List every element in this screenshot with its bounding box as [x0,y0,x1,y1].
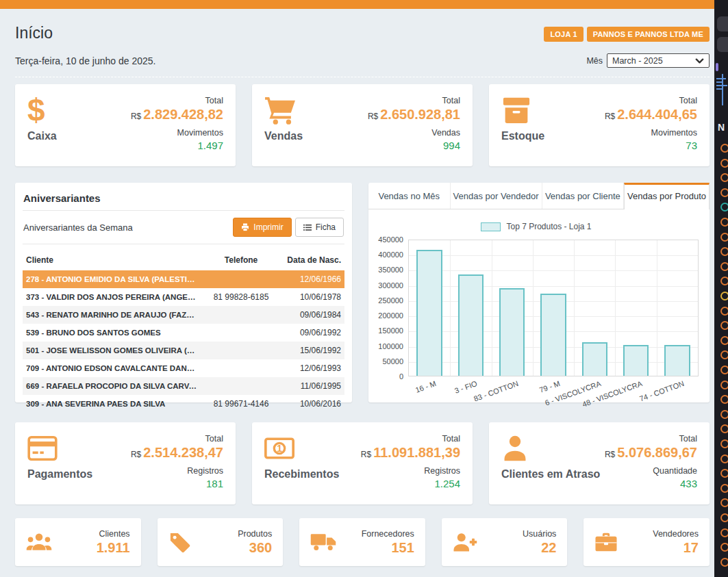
app-icon[interactable] [720,528,728,537]
tab-vendas-por-cliente[interactable]: Vendas por Cliente [542,183,625,209]
app-icon[interactable] [720,543,728,552]
mini-card-fornecedores[interactable]: Fornecedores 151 [299,518,425,566]
phone-cell [201,377,281,395]
app-icon[interactable] [720,336,728,345]
card-clientes-em-atraso[interactable]: Clientes em Atraso Total R$5.076.869,67 … [489,422,710,504]
bar-6 - VISCOLYCRA [582,342,607,376]
table-row[interactable]: 373 - VALDIR DOS ANJOS PEREIRA (ANGELA)8… [23,288,344,306]
month-label: Mês [586,56,603,66]
card-recebimentos[interactable]: 1 Recebimentos Total R$11.091.881,39 Reg… [252,422,473,504]
total-value: R$2.829.428,82 [131,107,223,123]
bar-3 - FIO [458,274,484,376]
mini-card-clientes[interactable]: Clientes 1.911 [15,518,141,566]
col-data-nasc: Data de Nasc. [281,251,344,270]
app-icon[interactable] [720,321,728,330]
store-badge[interactable]: LOJA 1 [544,27,583,42]
app-icon[interactable] [720,173,728,182]
app-icon[interactable] [720,410,728,419]
app-icon[interactable] [720,292,728,300]
tab-vendas-por-vendedor[interactable]: Vendas por Vendedor [451,183,542,209]
mini-card-vendedores[interactable]: Vendedores 17 [583,518,710,566]
tab-vendas-no-mes[interactable]: Vendas no Mês [368,183,451,209]
table-row[interactable]: 709 - ANTONIO EDSON CAVALCANTE DANTAS12/… [23,359,344,377]
mini-card-produtos[interactable]: Produtos 360 [158,518,284,566]
birthdays-panel: Aniversariantes Aniversariantes da Seman… [15,183,352,402]
col-cliente: Cliente [23,251,201,270]
card-estoque[interactable]: Estoque Total R$2.644.404,65 Movimentos … [489,84,710,166]
phone-cell [201,342,281,359]
strip-letter: N [718,122,725,133]
app-icon[interactable] [720,144,728,153]
legend-label: Top 7 Produtos - Loja 1 [506,222,591,231]
table-row[interactable]: 543 - RENATO MARINHO DE ARAUJO (FAZEND…0… [23,306,344,324]
bar-74 - COTTON [664,345,690,376]
briefcase-icon [594,532,618,552]
phone-cell [201,306,281,324]
card-caixa[interactable]: $ Caixa Total R$2.829.428,82 Movimentos … [15,84,236,166]
app-icon[interactable] [720,159,728,168]
ficha-button[interactable]: Ficha [295,218,344,237]
app-icon[interactable] [720,469,728,478]
app-icon[interactable] [720,439,728,448]
app-icon[interactable] [720,558,728,567]
app-icon[interactable] [720,424,728,433]
phone-cell [201,324,281,342]
month-select[interactable]: March - 2025 [607,53,710,68]
total-label: Total [131,96,223,105]
strip-mini-graph [716,74,728,108]
app-icon[interactable] [720,395,728,404]
user-plus-icon [453,532,477,552]
gridline [450,240,451,376]
chart-legend: Top 7 Produtos - Loja 1 [374,220,699,233]
app-icon[interactable] [720,484,728,493]
app-icon[interactable] [720,233,728,242]
app-icon[interactable] [720,366,728,374]
app-icon[interactable] [720,498,728,507]
strip-blob [717,37,728,52]
x-tick-label: 83 - COTTON [473,379,520,403]
app-icon[interactable] [720,188,728,197]
birthdate-cell: 15/06/1992 [281,342,344,359]
app-icon[interactable] [720,350,728,359]
app-icon[interactable] [720,218,728,227]
card-title: Vendas [264,130,303,142]
card-vendas[interactable]: Vendas Total R$2.650.928,81 Vendas 994 [252,84,473,166]
users-icon [26,532,52,552]
table-row[interactable]: 309 - ANA SEVERINA PAES DA SILVA81 99671… [23,395,344,413]
app-icon[interactable] [720,307,728,316]
company-badge[interactable]: PANNOS E PANNOS LTDA ME [587,27,710,42]
app-icon[interactable] [720,513,728,522]
app-icon[interactable] [720,454,728,463]
person-icon [501,435,529,462]
table-row[interactable]: 669 - RAFAELA PROCOPIO DA SILVA CARVALHO… [23,377,344,395]
current-date: Terça-feira, 10 de junho de 2025. [15,55,155,66]
store-badges: LOJA 1 PANNOS E PANNOS LTDA ME [544,27,710,42]
birthdate-cell: 11/06/1995 [281,377,344,395]
table-row[interactable]: 539 - BRUNO DOS SANTOS GOMES09/06/1992 [23,324,344,342]
birthdate-cell: 10/06/1978 [281,288,344,306]
app-icon[interactable] [720,247,728,256]
dollar-icon: $ [27,96,45,125]
client-cell: 278 - ANTONIO EMIDIO DA SILVA (PALESTINA… [23,270,201,288]
phone-cell [201,270,281,288]
app-icon[interactable] [720,262,728,271]
app-icon[interactable] [720,381,728,389]
table-row[interactable]: 278 - ANTONIO EMIDIO DA SILVA (PALESTINA… [23,270,344,288]
table-row[interactable]: 501 - JOSE WELISSON GOMES OLIVEIRA (ELC…… [23,342,344,359]
sales-tabs: Vendas no Mês Vendas por Vendedor Vendas… [368,183,710,209]
app-icon[interactable] [720,277,728,285]
client-cell: 309 - ANA SEVERINA PAES DA SILVA [23,395,201,413]
bar-chart: Top 7 Produtos - Loja 1 0500001000001500… [368,209,710,411]
card-title: Recebimentos [264,468,339,480]
card-title: Clientes em Atraso [501,468,600,480]
y-tick-label: 100000 [378,342,403,350]
mini-card-usuarios[interactable]: Usuários 22 [442,518,568,566]
gridline [409,255,698,256]
tab-vendas-por-produto[interactable]: Vendas por Produto [624,183,710,209]
dashboard-page: Início LOJA 1 PANNOS E PANNOS LTDA ME Te… [15,9,710,566]
card-pagamentos[interactable]: Pagamentos Total R$2.514.238,47 Registro… [15,422,236,504]
client-cell: 543 - RENATO MARINHO DE ARAUJO (FAZEND… [23,306,201,324]
app-icon[interactable] [720,203,728,211]
print-button[interactable]: Imprimir [233,218,291,237]
count-value: 1.497 [131,140,223,151]
